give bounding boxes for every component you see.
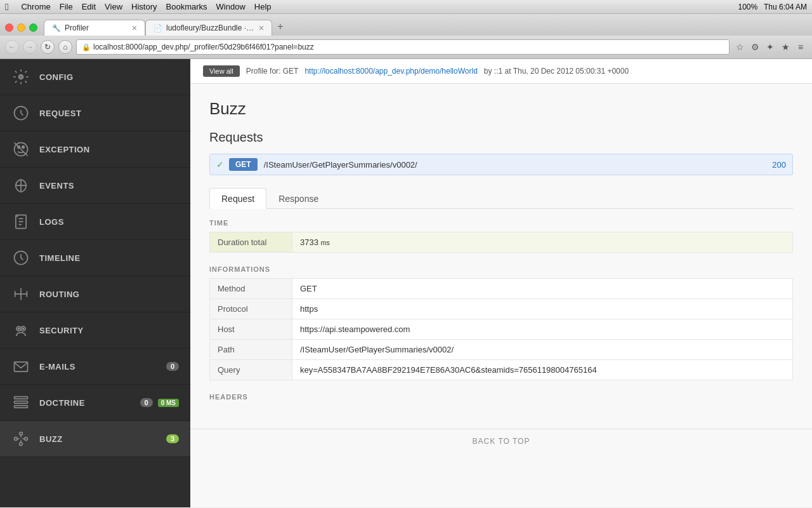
doctrine-badge-count: 0 [140, 398, 153, 407]
menu-view[interactable]: View [105, 2, 122, 11]
doctrine-badges: 0 0 MS [140, 398, 179, 407]
extension1-icon[interactable]: ✦ [764, 41, 776, 53]
doctrine-label: DOCTRINE [39, 398, 85, 408]
sidebar-item-events[interactable]: EVENTS [0, 168, 190, 204]
doctrine-icon [11, 394, 30, 411]
apple-menu[interactable]:  [5, 1, 8, 12]
path-value: /ISteamUser/GetPlayerSummaries/v0002/ [292, 340, 793, 360]
status-code[interactable]: 200 [772, 160, 786, 170]
routing-label: ROUTING [39, 290, 79, 299]
tab-profiler-label: Profiler [65, 23, 89, 32]
view-all-button[interactable]: View all [203, 65, 240, 77]
request-bar: ✓ GET /ISteamUser/GetPlayerSummaries/v00… [209, 154, 793, 175]
time-table: Duration total 3733 ms [209, 232, 793, 253]
menu-edit[interactable]: Edit [82, 2, 96, 11]
sidebar-item-exception[interactable]: EXCEPTION [0, 131, 190, 168]
protocol-label: Protocol [210, 299, 292, 319]
requests-section-title: Requests [209, 130, 793, 145]
svg-point-26 [20, 432, 23, 436]
events-icon [11, 177, 30, 194]
tab-request[interactable]: Request [209, 188, 266, 209]
menu-file[interactable]: File [60, 2, 73, 11]
config-icon [11, 68, 30, 86]
request-check-icon: ✓ [216, 159, 224, 170]
back-to-top-button[interactable]: BACK TO TOP [190, 429, 812, 453]
tab-buzz-icon: 📄 [154, 24, 162, 32]
logs-icon [11, 213, 30, 231]
sidebar-item-timeline[interactable]: TIMELINE [0, 240, 190, 276]
request-response-tabs: Request Response [209, 188, 793, 209]
protocol-value: https [292, 299, 793, 319]
duration-value: 3733 ms [292, 232, 793, 253]
buzz-badge: 3 [166, 434, 179, 443]
mac-titlebar:  Chrome File Edit View History Bookmark… [0, 0, 812, 14]
menu-history[interactable]: History [131, 2, 157, 11]
maximize-button[interactable] [29, 23, 37, 32]
headers-section: HEADERS [209, 393, 793, 401]
tab-response[interactable]: Response [266, 188, 331, 209]
minimize-button[interactable] [17, 23, 25, 32]
tab-buzz-close[interactable]: × [259, 23, 264, 32]
host-label: Host [210, 319, 292, 340]
svg-point-5 [22, 146, 25, 149]
menu-help[interactable]: Help [254, 2, 272, 11]
tab-profiler[interactable]: 🔧 Profiler × [44, 20, 145, 36]
sidebar-item-doctrine[interactable]: DOCTRINE 0 0 MS [0, 385, 190, 421]
timeline-label: TIMELINE [39, 253, 81, 263]
informations-section: INFORMATIONS Method GET Protocol https H… [209, 265, 793, 380]
table-row: Host https://api.steampowered.com [210, 319, 793, 340]
host-value: https://api.steampowered.com [292, 319, 793, 340]
bookmark-star-icon[interactable]: ☆ [733, 41, 746, 53]
chrome-menu-icon[interactable]: ≡ [794, 41, 807, 53]
table-row: Method GET [210, 279, 793, 299]
address-bar[interactable]: 🔒 localhost:8000/app_dev.php/_profiler/5… [76, 39, 730, 55]
back-button[interactable]: ← [5, 40, 19, 54]
svg-rect-24 [15, 406, 28, 408]
tab-profiler-close[interactable]: × [132, 23, 137, 32]
tab-profiler-icon: 🔧 [52, 24, 61, 32]
home-button[interactable]: ⌂ [58, 40, 72, 54]
menu-window[interactable]: Window [216, 2, 246, 11]
sidebar-item-buzz[interactable]: BUZZ 3 [0, 421, 190, 457]
toolbar-icons: ☆ ⚙ ✦ ★ ≡ [733, 41, 807, 53]
mac-time: 100% Thu 6:04 AM [738, 3, 807, 11]
svg-point-27 [25, 438, 28, 441]
profile-url-link[interactable]: http://localhost:8000/app_dev.php/demo/h… [304, 67, 477, 76]
buzz-label: BUZZ [39, 434, 63, 444]
table-row: Path /ISteamUser/GetPlayerSummaries/v000… [210, 340, 793, 360]
method-label: Method [210, 279, 292, 299]
sidebar: CONFIG REQUEST EXCEPTION [0, 59, 190, 507]
menu-bookmarks[interactable]: Bookmarks [166, 2, 207, 11]
time-section-header: TIME [209, 219, 793, 227]
svg-point-20 [22, 328, 23, 330]
security-label: SECURITY [39, 326, 84, 335]
extension2-icon[interactable]: ★ [779, 41, 792, 53]
close-button[interactable] [5, 23, 13, 32]
svg-point-28 [20, 443, 23, 446]
emails-badge: 0 [166, 362, 179, 371]
events-label: EVENTS [39, 181, 74, 190]
sidebar-item-request[interactable]: REQUEST [0, 95, 190, 131]
sidebar-item-routing[interactable]: ROUTING [0, 276, 190, 312]
svg-point-25 [15, 438, 18, 441]
profile-for-label: Profile for: GET [246, 67, 299, 76]
method-value: GET [292, 279, 793, 299]
svg-point-1 [20, 76, 22, 78]
doctrine-badge-ms: 0 MS [158, 399, 179, 407]
logs-label: LOGS [39, 217, 64, 227]
profile-info: by ::1 at Thu, 20 Dec 2012 05:00:31 +000… [484, 67, 629, 76]
sidebar-item-logs[interactable]: LOGS [0, 204, 190, 240]
duration-row: Duration total 3733 ms [210, 232, 793, 253]
tab-buzzbundle[interactable]: 📄 ludofleury/BuzzBundle · Giti × [145, 20, 272, 36]
new-tab-button[interactable]: + [272, 18, 288, 36]
sidebar-item-config[interactable]: CONFIG [0, 59, 190, 95]
buzz-icon [11, 430, 30, 448]
forward-button[interactable]: → [23, 40, 37, 54]
tab-buzz-label: ludofleury/BuzzBundle · Giti [166, 23, 255, 32]
exception-icon [11, 140, 30, 158]
sidebar-item-security[interactable]: SECURITY [0, 312, 190, 349]
menu-chrome[interactable]: Chrome [21, 2, 50, 11]
reload-button[interactable]: ↻ [41, 40, 55, 54]
sidebar-item-emails[interactable]: E-MAILS 0 [0, 349, 190, 385]
settings-icon[interactable]: ⚙ [749, 41, 761, 53]
